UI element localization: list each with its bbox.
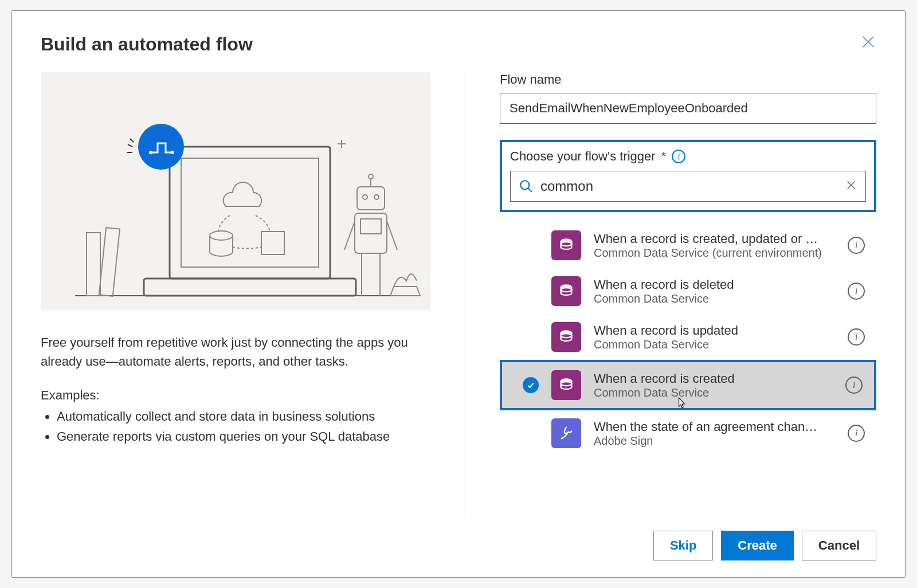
trigger-subtitle: Adobe Sign xyxy=(594,434,835,448)
trigger-section-highlight: Choose your flow's trigger * i xyxy=(500,140,876,212)
description-text: Free yourself from repetitive work just … xyxy=(41,333,430,371)
svg-point-22 xyxy=(520,181,529,189)
examples-list: Automatically collect and store data in … xyxy=(41,406,430,446)
connector-cds-icon xyxy=(551,276,581,306)
svg-point-15 xyxy=(369,174,373,179)
trigger-title: When the state of an agreement chan… xyxy=(594,420,835,434)
svg-point-29 xyxy=(561,334,572,338)
vertical-divider xyxy=(465,72,465,519)
trigger-title: When a record is updated xyxy=(594,323,835,338)
trigger-label: Choose your flow's trigger xyxy=(510,149,656,164)
trigger-item[interactable]: When a record is updated Common Data Ser… xyxy=(500,314,876,360)
connector-cds-icon xyxy=(551,370,581,400)
svg-rect-17 xyxy=(360,219,381,234)
trigger-list: When a record is created, updated or … C… xyxy=(500,222,876,456)
svg-point-10 xyxy=(171,151,174,154)
trigger-subtitle: Common Data Service (current environment… xyxy=(594,246,835,260)
create-button[interactable]: Create xyxy=(721,531,793,560)
examples-label: Examples: xyxy=(41,388,430,403)
connector-adobe-sign-icon xyxy=(551,418,581,448)
svg-rect-2 xyxy=(99,228,120,296)
info-icon[interactable]: i xyxy=(672,150,685,163)
svg-point-31 xyxy=(561,382,572,386)
connector-cds-icon xyxy=(551,322,581,352)
illustration-automated-flow xyxy=(41,72,430,310)
svg-point-25 xyxy=(561,242,572,246)
example-item: Generate reports via custom queries on y… xyxy=(57,426,430,446)
trigger-title: When a record is created xyxy=(594,371,833,386)
trigger-subtitle: Common Data Service xyxy=(594,386,833,399)
svg-rect-1 xyxy=(87,233,100,296)
svg-point-13 xyxy=(374,195,379,199)
clear-search-icon[interactable] xyxy=(845,179,857,194)
trigger-title: When a record is created, updated or … xyxy=(594,232,835,246)
trigger-search-input[interactable] xyxy=(540,178,838,194)
trigger-item[interactable]: When a record is created, updated or … C… xyxy=(500,222,876,268)
svg-point-12 xyxy=(363,195,367,199)
trigger-item[interactable]: When a record is deleted Common Data Ser… xyxy=(500,268,876,314)
right-panel: Flow name Choose your flow's trigger * i xyxy=(500,72,876,519)
trigger-subtitle: Common Data Service xyxy=(594,338,835,351)
trigger-info-icon[interactable]: i xyxy=(848,328,865,346)
trigger-item-selected[interactable]: When a record is created Common Data Ser… xyxy=(500,360,876,410)
svg-point-9 xyxy=(149,151,152,154)
svg-line-20 xyxy=(344,221,355,250)
svg-rect-7 xyxy=(261,232,284,254)
skip-button[interactable]: Skip xyxy=(653,531,713,560)
svg-point-6 xyxy=(210,231,233,240)
trigger-item[interactable]: When the state of an agreement chan… Ado… xyxy=(500,410,876,456)
trigger-subtitle: Common Data Service xyxy=(594,292,835,305)
trigger-info-icon[interactable]: i xyxy=(848,425,865,442)
svg-rect-11 xyxy=(357,187,385,210)
required-asterisk: * xyxy=(661,149,667,164)
trigger-title: When a record is deleted xyxy=(594,277,835,292)
svg-rect-4 xyxy=(181,158,319,267)
flow-name-input[interactable] xyxy=(500,93,876,124)
dialog-build-automated-flow: Build an automated flow xyxy=(11,10,906,578)
svg-line-21 xyxy=(387,221,397,250)
dialog-footer: Skip Create Cancel xyxy=(41,519,876,560)
cancel-button[interactable]: Cancel xyxy=(802,531,876,560)
example-item: Automatically collect and store data in … xyxy=(57,406,430,426)
trigger-search-box[interactable] xyxy=(510,171,866,202)
selected-check-icon xyxy=(523,377,539,393)
dialog-title: Build an automated flow xyxy=(41,34,876,55)
trigger-info-icon[interactable]: i xyxy=(845,377,863,394)
flow-name-label: Flow name xyxy=(500,72,876,87)
svg-rect-3 xyxy=(170,147,330,279)
svg-line-23 xyxy=(528,188,532,192)
left-panel: Free yourself from repetitive work just … xyxy=(41,72,430,519)
connector-cds-icon xyxy=(551,230,581,260)
trigger-info-icon[interactable]: i xyxy=(848,237,865,254)
search-icon xyxy=(519,179,534,194)
svg-point-27 xyxy=(561,288,572,292)
svg-point-8 xyxy=(138,124,184,170)
close-button[interactable] xyxy=(860,34,876,52)
trigger-info-icon[interactable]: i xyxy=(848,283,865,300)
svg-rect-5 xyxy=(144,279,356,296)
